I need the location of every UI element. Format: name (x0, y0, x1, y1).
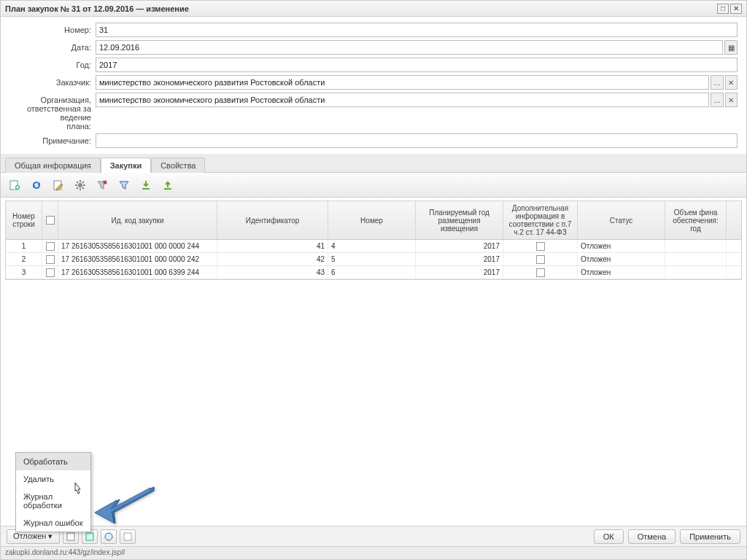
col-year[interactable]: Планируемый год размещения извещения (416, 201, 503, 239)
tab-purchases[interactable]: Закупки (101, 158, 152, 173)
form-panel: Номер: Дата: ▦ Год: Заказчик: … ✕ Органи… (1, 17, 746, 154)
titlebar: План закупок № 31 от 12.09.2016 — измене… (1, 1, 746, 17)
col-rownum[interactable]: Номер строки (6, 201, 42, 239)
checkbox-all[interactable] (46, 216, 55, 225)
dialog-button-bar: Отложен ▾ ОК Отмена Применить (1, 526, 746, 546)
cell-nomer: 5 (328, 253, 416, 265)
svg-rect-6 (67, 533, 74, 540)
input-number[interactable] (96, 23, 738, 37)
cell-checkbox[interactable] (42, 240, 58, 252)
lookup-org-button[interactable]: … (711, 93, 723, 107)
label-note: Примечание: (9, 133, 96, 145)
clear-customer-button[interactable]: ✕ (725, 75, 738, 90)
cell-status: Отложен (578, 240, 665, 252)
cell-amount (665, 240, 727, 252)
dialog-action-buttons: ОК Отмена Применить (594, 529, 740, 544)
cell-dop[interactable] (503, 240, 578, 252)
dialog-window: План закупок № 31 от 12.09.2016 — измене… (0, 0, 747, 560)
grid-toolbar (1, 173, 746, 198)
cell-nomer: 6 (328, 266, 416, 279)
grid-body: 1 17 26163053585616301001 000 0000 244 4… (6, 240, 741, 279)
col-checkbox[interactable] (42, 201, 58, 239)
cell-amount (665, 266, 727, 279)
cell-rownum: 1 (6, 240, 42, 252)
col-amount[interactable]: Объем фина обеспечения: год (665, 201, 727, 239)
col-idcode[interactable]: Ид. код закупки (58, 201, 217, 239)
date-picker-icon[interactable]: ▦ (724, 40, 738, 55)
window-title: План закупок № 31 от 12.09.2016 — измене… (5, 4, 189, 13)
svg-point-8 (105, 533, 112, 540)
cell-dop[interactable] (503, 266, 578, 279)
filter-icon[interactable] (116, 177, 132, 193)
input-organization[interactable] (96, 93, 709, 107)
table-row[interactable]: 2 17 26163053585616301001 000 0000 242 4… (6, 253, 741, 266)
tab-general[interactable]: Общая информация (5, 158, 101, 173)
export-down-icon[interactable] (138, 177, 154, 193)
cell-dop[interactable] (503, 253, 578, 265)
cursor-pointer-icon (71, 482, 83, 499)
cell-checkbox[interactable] (42, 253, 58, 265)
table-row[interactable]: 1 17 26163053585616301001 000 0000 244 4… (6, 240, 741, 253)
status-text: zakupki.donland.ru:443/gz/index.jsp# (5, 548, 125, 556)
label-customer: Заказчик: (9, 75, 96, 87)
label-date: Дата: (9, 40, 96, 52)
annotation-arrow-icon (92, 483, 158, 529)
lookup-customer-button[interactable]: … (711, 75, 723, 90)
col-dop[interactable]: Дополнительная информация в соответствии… (503, 201, 578, 239)
export-up-icon[interactable] (160, 177, 176, 193)
cell-nomer: 4 (328, 240, 416, 252)
cell-year: 2017 (416, 240, 503, 252)
table-row[interactable]: 3 17 26163053585616301001 000 6399 244 4… (6, 266, 741, 279)
col-nomer[interactable]: Номер (328, 201, 416, 239)
refresh-icon[interactable] (28, 177, 44, 193)
cell-checkbox[interactable] (42, 266, 58, 279)
cell-year: 2017 (416, 266, 503, 279)
filter-clear-icon[interactable] (94, 177, 110, 193)
input-customer[interactable] (96, 75, 709, 90)
close-button[interactable]: ✕ (730, 4, 742, 14)
label-number: Номер: (9, 23, 96, 34)
cell-rownum: 2 (6, 253, 42, 265)
input-date[interactable] (96, 40, 723, 55)
clear-org-button[interactable]: ✕ (725, 93, 738, 107)
tab-props[interactable]: Свойства (151, 158, 205, 173)
cell-amount (665, 253, 727, 265)
cell-ident: 41 (217, 240, 328, 252)
cell-status: Отложен (578, 253, 665, 265)
cell-status: Отложен (578, 266, 665, 279)
edit-icon[interactable] (50, 177, 66, 193)
cell-ident: 42 (217, 253, 328, 265)
input-note[interactable] (96, 133, 738, 148)
apply-button[interactable]: Применить (680, 529, 740, 544)
bottom-icon-4[interactable] (120, 529, 136, 544)
ok-button[interactable]: ОК (594, 529, 624, 544)
cell-ident: 43 (217, 266, 328, 279)
col-ident[interactable]: Идентификатор (217, 201, 328, 239)
svg-marker-5 (95, 488, 150, 523)
status-bar: zakupki.donland.ru:443/gz/index.jsp# (1, 546, 746, 559)
cell-idcode: 17 26163053585616301001 000 6399 244 (58, 266, 217, 279)
window-controls: □ ✕ (717, 4, 742, 14)
cell-year: 2017 (416, 253, 503, 265)
label-organization: Организация,ответственная за ведениеплан… (9, 93, 96, 131)
label-year: Год: (9, 58, 96, 69)
cancel-button[interactable]: Отмена (628, 529, 676, 544)
state-dropdown-label: Отложен ▾ (13, 532, 53, 541)
add-icon[interactable] (7, 177, 23, 193)
svg-rect-7 (86, 533, 93, 540)
col-status[interactable]: Статус (578, 201, 665, 239)
bottom-icon-3[interactable] (101, 529, 117, 544)
purchases-grid: Номер строки Ид. код закупки Идентификат… (5, 201, 742, 280)
gear-icon[interactable] (72, 177, 88, 193)
menu-journal-errors[interactable]: Журнал ошибок (16, 514, 90, 532)
menu-process[interactable]: Обработать (16, 453, 90, 470)
cell-idcode: 17 26163053585616301001 000 0000 244 (58, 240, 217, 252)
tab-strip: Общая информация Закупки Свойства (1, 154, 746, 173)
svg-point-3 (78, 183, 82, 187)
cell-idcode: 17 26163053585616301001 000 0000 242 (58, 253, 217, 265)
maximize-button[interactable]: □ (717, 4, 729, 14)
input-year[interactable] (96, 58, 738, 72)
grid-header: Номер строки Ид. код закупки Идентификат… (6, 201, 741, 240)
svg-rect-9 (124, 533, 131, 540)
cell-rownum: 3 (6, 266, 42, 279)
